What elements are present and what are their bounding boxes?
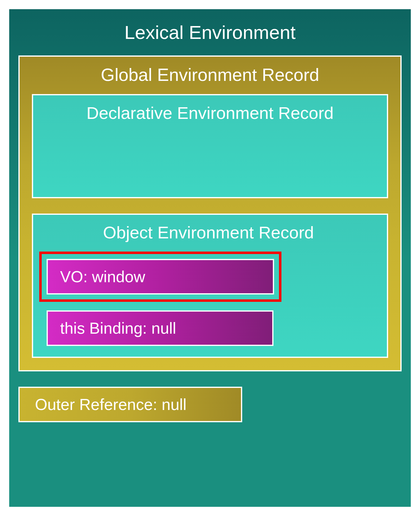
vo-window-box: VO: window: [47, 259, 274, 294]
vo-highlight-frame: VO: window: [39, 252, 281, 302]
lexical-environment-box: Lexical Environment Global Environment R…: [9, 9, 411, 507]
outer-reference-box: Outer Reference: null: [18, 387, 242, 422]
global-environment-record-title: Global Environment Record: [32, 64, 388, 85]
declarative-environment-record-title: Declarative Environment Record: [39, 103, 381, 123]
object-environment-record-title: Object Environment Record: [39, 222, 378, 242]
declarative-environment-record-box: Declarative Environment Record: [32, 94, 388, 198]
global-environment-record-box: Global Environment Record Declarative En…: [18, 55, 402, 371]
this-binding-box: this Binding: null: [47, 310, 273, 346]
object-environment-record-box: Object Environment Record VO: window thi…: [32, 214, 388, 358]
lexical-environment-title: Lexical Environment: [18, 21, 402, 43]
